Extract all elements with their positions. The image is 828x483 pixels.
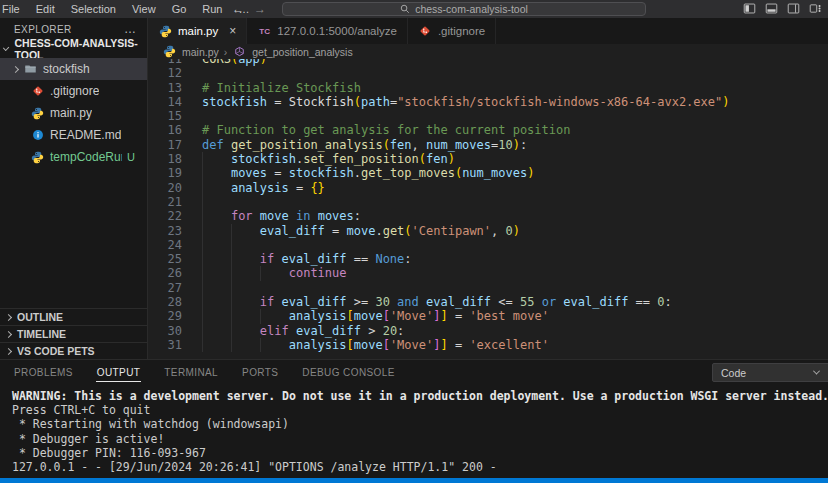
line-content (182, 109, 209, 123)
back-arrow-icon[interactable]: ← (232, 2, 244, 16)
code-line-12[interactable]: 12 (148, 66, 828, 80)
line-content (182, 238, 209, 252)
panel-tab-output[interactable]: OUTPUT (96, 363, 142, 382)
toggle-panel-icon[interactable] (765, 2, 778, 15)
code-line-22[interactable]: 22 for move in moves: (148, 209, 828, 223)
code-line-29[interactable]: 29 analysis[move['Move']] = 'best move' (148, 309, 828, 323)
toggle-sidebar-icon[interactable] (743, 2, 756, 15)
code-line-18[interactable]: 18 stockfish.set_fen_position(fen) (148, 152, 828, 166)
menu-go[interactable]: Go (164, 0, 195, 18)
indent-guide (202, 338, 203, 352)
customize-layout-icon[interactable] (809, 2, 822, 15)
workspace-root-folder[interactable]: CHESS-COM-ANALYSIS-TOOL (0, 40, 147, 58)
indent-guide (202, 152, 203, 166)
code-line-11[interactable]: 11CORS(app) (148, 59, 828, 66)
line-content (182, 195, 209, 209)
indent-guide (202, 252, 203, 266)
file-tree-item-main-py[interactable]: main.py (0, 102, 147, 124)
tab-label: 127.0.0.1:5000/analyze (277, 25, 397, 37)
vscode-window: FileEditSelectionViewGoRun… ← → chess-co… (0, 0, 828, 483)
code-line-30[interactable]: 30 elif eval_diff > 20: (148, 324, 828, 338)
tab-gitignore[interactable]: .gitignore (408, 18, 496, 44)
tab-main-py[interactable]: main.py× (148, 18, 247, 44)
tab-label: .gitignore (438, 25, 485, 37)
git-icon (418, 24, 433, 38)
code-line-28[interactable]: 28 if eval_diff >= 30 and eval_diff <= 5… (148, 295, 828, 309)
line-content: moves = stockfish.get_top_moves(num_move… (182, 166, 534, 180)
file-tree-item-gitignore[interactable]: .gitignore (0, 80, 147, 102)
output-line: * Debugger PIN: 116-093-967 (12, 446, 828, 460)
python-icon (30, 106, 45, 120)
panel-tab-ports[interactable]: PORTS (241, 363, 279, 382)
code-line-19[interactable]: 19 moves = stockfish.get_top_moves(num_m… (148, 166, 828, 180)
panel-tab-debug-console[interactable]: DEBUG CONSOLE (301, 363, 395, 382)
sidebar-section-outline[interactable]: OUTLINE (0, 308, 147, 325)
menu-view[interactable]: View (124, 0, 164, 18)
code-line-15[interactable]: 15 (148, 109, 828, 123)
search-text: chess-com-analysis-tool (415, 3, 528, 15)
menu-edit[interactable]: Edit (28, 0, 63, 18)
close-tab-icon[interactable]: × (229, 24, 236, 38)
line-content: analysis = {} (182, 181, 325, 195)
code-line-13[interactable]: 13# Initialize Stockfish (148, 81, 828, 95)
code-line-23[interactable]: 23 eval_diff = move.get('Centipawn', 0) (148, 224, 828, 238)
line-number: 24 (148, 238, 182, 252)
indent-guide (231, 224, 232, 238)
breadcrumb-symbol[interactable]: get_position_analysis (252, 46, 352, 58)
code-line-16[interactable]: 16# Function to get analysis for the cur… (148, 123, 828, 137)
file-tree-item-readme-md[interactable]: README.md (0, 124, 147, 146)
python-icon (158, 24, 173, 38)
line-number: 13 (148, 81, 182, 95)
code-line-14[interactable]: 14stockfish = Stockfish(path="stockfish/… (148, 95, 828, 109)
code-line-20[interactable]: 20 analysis = {} (148, 181, 828, 195)
panel-tab-terminal[interactable]: TERMINAL (163, 363, 219, 382)
explorer-more-actions-icon[interactable]: … (124, 22, 137, 36)
indent-guide (231, 252, 232, 266)
chevron-right-icon (12, 65, 19, 72)
code-line-17[interactable]: 17def get_position_analysis(fen, num_mov… (148, 138, 828, 152)
indent-guide (202, 309, 203, 323)
indent-guide (260, 338, 261, 352)
indent-guide (231, 309, 232, 323)
line-content: stockfish.set_fen_position(fen) (182, 152, 455, 166)
output-line: WARNING: This is a development server. D… (12, 389, 828, 403)
sidebar-section-timeline[interactable]: TIMELINE (0, 325, 147, 342)
forward-arrow-icon[interactable]: → (254, 2, 266, 16)
code-line-24[interactable]: 24 (148, 238, 828, 252)
code-editor[interactable]: 11CORS(app)12 13# Initialize Stockfish14… (148, 59, 828, 359)
file-name: .gitignore (50, 84, 99, 98)
chevron-right-icon (5, 347, 12, 354)
panel-tab-bar: PROBLEMSOUTPUTTERMINALPORTSDEBUG CONSOLE (0, 360, 828, 384)
code-line-31[interactable]: 31 analysis[move['Move']] = 'excellent' (148, 338, 828, 352)
code-line-25[interactable]: 25 if eval_diff == None: (148, 252, 828, 266)
code-line-21[interactable]: 21 (148, 195, 828, 209)
output-log[interactable]: WARNING: This is a development server. D… (0, 384, 828, 474)
panel-tab-problems[interactable]: PROBLEMS (13, 363, 74, 382)
breadcrumb-file[interactable]: main.py (182, 46, 219, 58)
command-center-search[interactable]: chess-com-analysis-tool (282, 2, 646, 16)
breadcrumb[interactable]: main.py › get_position_analysis (148, 44, 828, 59)
line-number: 22 (148, 209, 182, 223)
menu-selection[interactable]: Selection (63, 0, 124, 18)
line-content: # Function to get analysis for the curre… (182, 123, 570, 137)
output-channel-select[interactable]: Code (712, 363, 828, 382)
file-tree-item-tempcoderunner[interactable]: tempCodeRunner...U (0, 146, 147, 168)
line-number: 28 (148, 295, 182, 309)
line-number: 14 (148, 95, 182, 109)
toggle-secondary-sidebar-icon[interactable] (787, 2, 800, 15)
title-bar: FileEditSelectionViewGoRun… ← → chess-co… (0, 0, 828, 18)
sidebar-section-vs-code-pets[interactable]: VS CODE PETS (0, 342, 147, 359)
file-tree-item-stockfish[interactable]: stockfish (0, 58, 147, 80)
indent-guide (231, 266, 232, 280)
line-content: for move in moves: (182, 209, 361, 223)
line-number: 30 (148, 324, 182, 338)
menu-file[interactable]: File (0, 0, 28, 18)
tab-127-0-0-1-5000-analyze[interactable]: TC127.0.0.1:5000/analyze (247, 18, 408, 44)
editor-group: main.py×TC127.0.0.1:5000/analyze.gitigno… (148, 18, 828, 359)
line-content: analysis[move['Move']] = 'best move' (182, 309, 549, 323)
menu-run[interactable]: Run (194, 0, 230, 18)
code-line-26[interactable]: 26 continue (148, 266, 828, 280)
line-number: 16 (148, 123, 182, 137)
code-line-27[interactable]: 27 (148, 281, 828, 295)
indent-guide (231, 281, 232, 295)
